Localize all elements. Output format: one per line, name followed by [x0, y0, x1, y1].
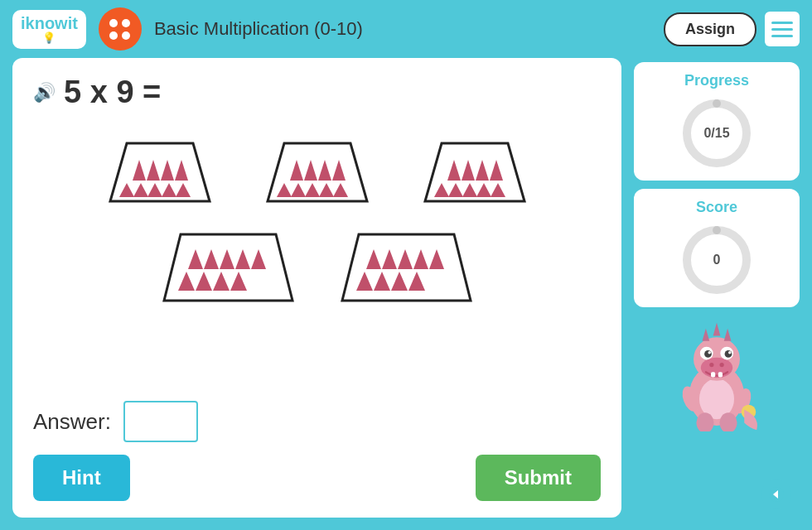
- svg-point-58: [709, 363, 713, 367]
- score-title: Score: [646, 199, 787, 216]
- trapezoid-3: [408, 135, 541, 210]
- logo-text: iknowit: [21, 15, 78, 31]
- trap-svg-2: [251, 135, 384, 210]
- trapezoid-5: [330, 226, 483, 309]
- shapes-row-2: [152, 226, 483, 309]
- menu-line-2: [771, 28, 793, 31]
- left-panel: 🔊 5 x 9 =: [12, 58, 621, 518]
- trapezoid-4: [152, 226, 305, 309]
- trap-svg-4: [152, 226, 305, 309]
- shapes-area: [33, 127, 601, 393]
- lesson-title: Basic Multiplication (0-10): [154, 18, 363, 40]
- assign-button[interactable]: Assign: [664, 12, 756, 46]
- menu-line-3: [771, 35, 793, 37]
- svg-point-63: [725, 350, 732, 358]
- progress-section: Progress 0/15: [634, 62, 800, 181]
- trap-svg-3: [408, 135, 541, 210]
- answer-label: Answer:: [33, 409, 111, 435]
- sound-icon[interactable]: 🔊: [33, 82, 56, 104]
- score-circle: 0: [679, 223, 754, 297]
- main-container: 🔊 5 x 9 =: [0, 58, 812, 530]
- svg-point-62: [704, 350, 712, 358]
- hint-button[interactable]: Hint: [33, 455, 130, 501]
- logo-bulb: 💡: [21, 31, 78, 44]
- menu-line-1: [771, 22, 793, 24]
- svg-point-59: [720, 363, 724, 367]
- score-value: 0: [713, 253, 721, 267]
- answer-area: Answer:: [33, 401, 601, 442]
- svg-rect-66: [711, 372, 715, 377]
- submit-button[interactable]: Submit: [476, 455, 601, 501]
- header-right: Assign: [664, 12, 800, 46]
- question-row: 🔊 5 x 9 =: [33, 75, 601, 110]
- bottom-buttons: Hint Submit: [33, 455, 601, 501]
- trap-svg-5: [330, 226, 483, 309]
- mascot-dino: [667, 316, 766, 431]
- question-text: 5 x 9 =: [64, 75, 161, 110]
- back-icon: [769, 487, 784, 502]
- trapezoid-1: [94, 135, 226, 210]
- svg-marker-68: [703, 329, 710, 341]
- answer-input[interactable]: [123, 401, 198, 442]
- svg-marker-69: [713, 323, 721, 336]
- mascot-area: [634, 316, 800, 518]
- logo: iknowit 💡: [12, 10, 86, 49]
- trapezoid-2: [251, 135, 384, 210]
- dice-icon: [99, 7, 142, 51]
- svg-point-64: [708, 351, 712, 354]
- right-panel: Progress 0/15 Score 0: [634, 58, 800, 518]
- svg-rect-67: [718, 372, 723, 377]
- progress-circle: 0/15: [679, 96, 754, 171]
- shapes-row-1: [94, 135, 541, 210]
- svg-marker-70: [724, 329, 732, 341]
- trap-svg-1: [94, 135, 226, 210]
- menu-button[interactable]: [765, 12, 800, 46]
- progress-title: Progress: [646, 72, 787, 89]
- progress-value: 0/15: [703, 126, 729, 141]
- svg-point-65: [728, 351, 732, 354]
- score-section: Score 0: [634, 189, 800, 307]
- back-button[interactable]: [761, 479, 791, 509]
- header: iknowit 💡 Basic Multiplication (0-10) As…: [0, 0, 812, 58]
